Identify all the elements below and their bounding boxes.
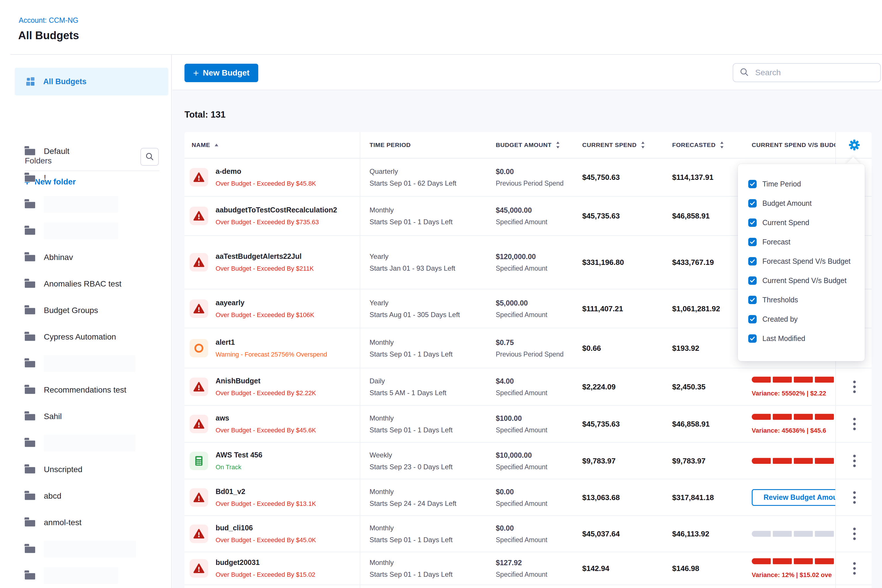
checkbox-checked-icon[interactable] [748,180,757,188]
folder-item-sahil[interactable]: Sahil [24,408,62,425]
forecasted-amount: $433,767.19 [672,258,714,267]
folder-item-default[interactable]: Default [24,142,69,160]
budget-name: AnishBudget [216,377,316,385]
checkbox-checked-icon[interactable] [748,276,757,285]
folder-name: Sahil [44,412,62,421]
folder-name: Budget Groups [44,306,98,315]
folder-icon [24,172,36,183]
all-budgets-page: Account: CCM-NG All Budgets All Budgets … [0,0,882,588]
checkbox-checked-icon[interactable] [748,219,757,227]
budget-status: On Track [216,464,262,471]
forecasted-amount: $193.92 [672,344,699,352]
checkbox-checked-icon[interactable] [748,199,757,207]
table-row-aws-test-456[interactable]: AWS Test 456On TrackWeeklyStarts Sep 23 … [184,443,872,479]
column-toggle-budget-amount[interactable]: Budget Amount [748,194,865,213]
folder-item-redacted[interactable] [24,354,135,372]
search-input[interactable] [754,68,874,78]
row-actions-menu-button[interactable] [846,528,863,540]
column-toggle-time-period[interactable]: Time Period [748,174,865,194]
current-spend-vs-budget-cell: Review Budget Amount [752,489,835,506]
budget-name-cell: aayearlyOver Budget - Exceeded By $106K [216,298,314,319]
row-actions-menu-button[interactable] [846,418,863,430]
time-period-cell: MonthlyStarts Sep 01 - 1 Days Left [369,559,453,579]
column-toggle-current-spend-v-s-budget[interactable]: Current Spend V/s Budget [748,271,865,290]
column-header-time-period[interactable]: TIME PERIOD [369,141,411,148]
folder-item-abcd[interactable]: abcd [24,487,62,505]
checkbox-checked-icon[interactable] [748,257,757,266]
table-row-anishbudget[interactable]: AnishBudgetOver Budget - Exceeded By $2.… [184,368,872,406]
column-toggle-created-by[interactable]: Created by [748,310,865,329]
table-row-bd01-v2[interactable]: Bd01_v2Over Budget - Exceeded By $13.1KM… [184,479,872,516]
column-toggle-forecast[interactable]: Forecast [748,232,865,252]
folder-item-recommendations-test[interactable]: Recommendations test [24,381,126,399]
folder-item-anmol-test[interactable]: anmol-test [24,514,82,531]
folder-item-abhinav[interactable]: Abhinav [24,249,73,266]
current-spend-vs-budget-cell: Variance: 55502% | $2.22 [752,377,835,397]
review-budget-amount-button[interactable]: Review Budget Amount [752,489,835,506]
folder-item-cypress-automation[interactable]: Cypress Automation [24,328,116,346]
column-settings-gear-button[interactable] [848,139,861,152]
alert-triangle-icon [190,300,208,318]
column-header-budget-amount[interactable]: BUDGET AMOUNT [496,141,560,149]
time-period-cell: WeeklyStarts Sep 23 - 0 Days Left [369,451,453,471]
current-spend-vs-budget-cell: Variance: 45636% | $45.6 [752,414,835,434]
column-header-forecasted[interactable]: FORECASTED [672,141,724,149]
column-toggle-thresholds[interactable]: Thresholds [748,290,865,310]
folder-item-unscripted[interactable]: Unscripted [24,460,82,478]
table-row-aws[interactable]: awsOver Budget - Exceeded By $45.6KMonth… [184,406,872,443]
folder-icon [24,146,36,157]
folder-item-anomalies-rbac-test[interactable]: Anomalies RBAC test [24,275,122,293]
folder-item-redacted[interactable] [24,540,136,558]
budget-amount: $45,000.00 [496,206,548,214]
account-breadcrumb-link[interactable]: Account: CCM-NG [19,16,78,24]
folder-icon [24,358,36,369]
column-header-name[interactable]: NAME [192,141,219,148]
budget-name: aayearly [216,298,314,307]
forecasted-amount: $9,783.97 [672,456,706,465]
time-period-cell: QuarterlyStarts Sep 01 - 62 Days Left [369,168,457,188]
row-actions-menu-button[interactable] [846,562,863,575]
row-actions-menu-button[interactable] [846,491,863,504]
column-toggle-current-spend[interactable]: Current Spend [748,213,865,232]
budget-name-cell: a-demoOver Budget - Exceeded By $45.8K [216,167,316,188]
table-row-bud-cli106[interactable]: bud_cli106Over Budget - Exceeded By $45.… [184,516,872,552]
folder-item-redacted[interactable] [24,195,118,213]
alert-triangle-icon [190,168,208,186]
row-actions-menu-button[interactable] [846,454,863,467]
checkbox-checked-icon[interactable] [748,238,757,246]
alert-triangle-icon [190,207,208,225]
folder-icon [24,226,36,236]
column-header-current-spend-v-s-budget[interactable]: CURRENT SPEND V/S BUDGET [752,141,835,148]
column-header-label: FORECASTED [672,141,716,148]
budget-amount: $4.00 [496,377,548,386]
column-toggle-forecast-spend-v-s-budget[interactable]: Forecast Spend V/s Budget [748,252,865,271]
folder-item-redacted[interactable] [24,434,135,452]
checkbox-checked-icon[interactable] [748,315,757,323]
variance-label: Variance: 12% | $15.02 ove [752,571,835,579]
budget-amount: $127.92 [496,559,548,567]
redacted-folder-name [44,541,136,558]
column-header-current-spend[interactable]: CURRENT SPEND [582,141,645,149]
folder-item-budget-groups[interactable]: Budget Groups [24,302,98,320]
current-spend: $45,735.63 [582,420,620,429]
budget-amount-type: Specified Amount [496,218,548,226]
folder-name: abcd [44,492,62,501]
budget-amount-type: Specified Amount [496,571,548,579]
folder-item-redacted[interactable] [24,222,118,240]
forecasted-amount: $317,841.18 [672,493,714,502]
column-toggle-last-modified[interactable]: Last Modified [748,329,865,348]
checkbox-checked-icon[interactable] [748,334,757,343]
column-toggle-label: Thresholds [762,296,798,304]
folder-search-button[interactable] [140,148,159,166]
folder-item--[interactable]: ! [24,169,46,187]
table-row-budget20031[interactable]: budget20031Over Budget - Exceeded By $15… [184,552,872,585]
new-budget-button[interactable]: + New Budget [184,64,258,82]
row-actions-menu-button[interactable] [846,381,863,393]
folder-item-redacted[interactable] [24,567,118,585]
checkbox-checked-icon[interactable] [748,296,757,304]
budget-amount: $0.00 [496,168,564,176]
sidebar-item-all-budgets[interactable]: All Budgets [15,68,168,95]
column-header-label: NAME [192,141,210,148]
column-toggle-label: Forecast Spend V/s Budget [762,257,850,266]
folder-icon [24,491,36,501]
